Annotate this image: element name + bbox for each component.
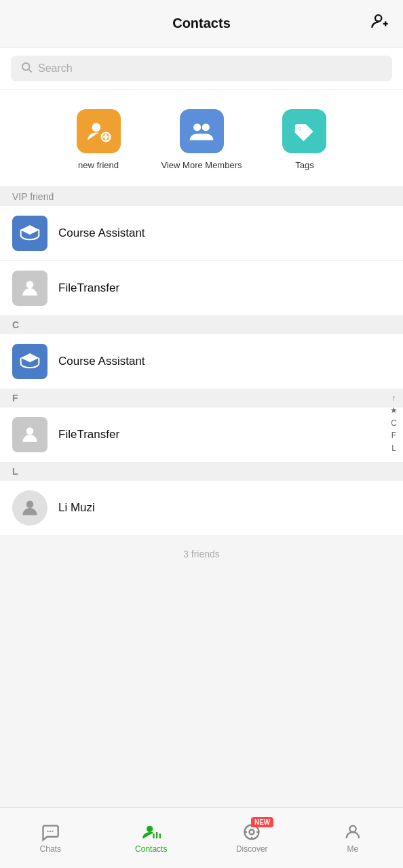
contact-name: FileTransfer — [58, 281, 119, 295]
tags-button[interactable]: Tags — [282, 109, 326, 170]
contact-list-c: Course Assistant — [0, 334, 403, 389]
vip-section-header: VIP friend — [0, 187, 403, 206]
contact-item[interactable]: Course Assistant — [0, 206, 403, 261]
alpha-section-f: F — [0, 389, 403, 408]
add-contact-button[interactable] — [370, 12, 389, 35]
contact-item[interactable]: FileTransfer — [0, 408, 403, 462]
svg-point-0 — [375, 15, 381, 21]
new-friend-button[interactable]: new friend — [77, 109, 121, 170]
nav-contacts-label: Contacts — [135, 844, 167, 854]
avatar — [12, 344, 47, 379]
svg-point-29 — [349, 825, 356, 831]
view-more-members-label: View More Members — [161, 160, 242, 170]
new-friend-icon — [77, 109, 121, 153]
alphabet-index: ↑ ★ C F L — [390, 393, 398, 453]
avatar — [12, 216, 47, 251]
svg-point-17 — [50, 830, 51, 831]
alpha-idx-f[interactable]: F — [391, 431, 396, 440]
vip-contact-list: Course Assistant FileTransfer — [0, 206, 403, 315]
avatar — [12, 417, 47, 452]
contact-item[interactable]: Course Assistant — [0, 334, 403, 389]
quick-actions: new friend View More Members Tags — [0, 90, 403, 187]
bottom-nav: Chats Contacts NEW — [0, 807, 403, 868]
person-icon — [343, 823, 362, 842]
nav-me[interactable]: Me — [303, 823, 404, 854]
tags-label: Tags — [295, 160, 313, 170]
discover-icon: NEW — [242, 823, 261, 842]
svg-point-18 — [52, 830, 54, 831]
contact-name: FileTransfer — [58, 428, 119, 441]
page-title: Contacts — [172, 16, 231, 31]
contact-item[interactable]: FileTransfer — [0, 261, 403, 315]
alpha-idx-l[interactable]: L — [391, 443, 396, 453]
svg-point-3 — [22, 63, 30, 71]
alpha-idx-c[interactable]: C — [391, 418, 397, 428]
alpha-idx-star[interactable]: ★ — [390, 406, 398, 415]
nav-chats[interactable]: Chats — [0, 823, 101, 854]
search-input[interactable]: Search — [11, 56, 392, 81]
new-friend-label: new friend — [78, 160, 119, 170]
contact-name: Li Muzi — [58, 501, 95, 515]
svg-point-5 — [92, 123, 101, 132]
search-bar: Search — [0, 47, 403, 90]
svg-line-4 — [28, 69, 31, 72]
nav-discover[interactable]: NEW Discover — [202, 823, 303, 854]
svg-point-24 — [250, 829, 254, 834]
avatar — [12, 490, 47, 526]
search-icon — [20, 61, 33, 76]
contact-list-l: Li Muzi — [0, 481, 403, 535]
svg-point-14 — [26, 427, 34, 435]
avatar — [12, 271, 47, 306]
contact-list-f: FileTransfer — [0, 408, 403, 462]
friends-count: 3 friends — [0, 535, 403, 573]
svg-point-10 — [202, 123, 210, 131]
contact-item[interactable]: Li Muzi — [0, 481, 403, 535]
nav-me-label: Me — [347, 844, 358, 854]
contact-name: Course Assistant — [58, 355, 145, 368]
svg-point-15 — [26, 500, 34, 508]
alpha-section-l: L — [0, 462, 403, 481]
view-more-members-icon — [180, 109, 224, 153]
svg-point-9 — [193, 123, 201, 131]
content-spacer — [0, 573, 403, 682]
view-more-members-button[interactable]: View More Members — [161, 109, 242, 170]
alpha-section-c: C — [0, 315, 403, 334]
nav-contacts[interactable]: Contacts — [101, 823, 202, 854]
nav-discover-label: Discover — [236, 844, 268, 854]
nav-chats-label: Chats — [40, 844, 61, 854]
search-placeholder: Search — [38, 62, 73, 75]
chat-icon — [41, 823, 60, 842]
alpha-idx-up[interactable]: ↑ — [392, 393, 396, 403]
svg-point-12 — [299, 127, 301, 130]
svg-point-13 — [26, 281, 34, 288]
tags-icon — [282, 109, 326, 153]
svg-point-16 — [47, 830, 49, 831]
header: Contacts — [0, 0, 403, 47]
svg-point-19 — [147, 825, 153, 831]
contact-name: Course Assistant — [58, 226, 145, 240]
contacts-icon — [142, 823, 161, 842]
new-badge: NEW — [251, 817, 273, 827]
